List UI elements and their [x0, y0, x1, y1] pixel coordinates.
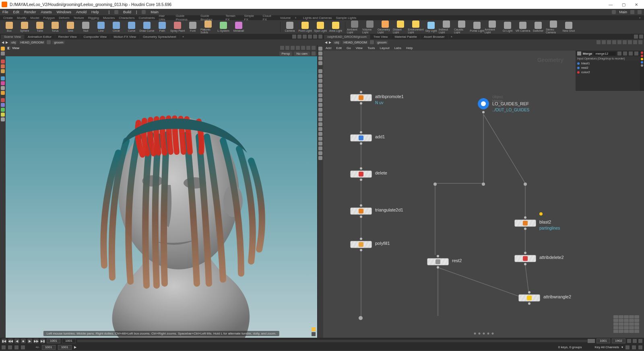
tab-material-palette[interactable]: Material Palette [391, 35, 421, 39]
pane-icon[interactable] [292, 35, 296, 39]
net-menu-layout[interactable]: Layout [380, 46, 390, 50]
help-icon[interactable] [638, 10, 642, 14]
disp-opt-icon[interactable] [318, 132, 322, 136]
disp-opt-icon[interactable] [318, 74, 322, 78]
node-attribpromote[interactable]: attribpromote1 N uv [350, 91, 372, 105]
pane-icon[interactable] [308, 35, 312, 39]
node-attribdelete[interactable]: attribdelete2 [514, 252, 536, 265]
select-tool-icon[interactable] [1, 51, 5, 55]
tab-network[interactable]: /obj/HEAD_GROOM/groom [324, 35, 370, 39]
shelf-tool[interactable]: Stereo Camera [546, 21, 561, 34]
shelf-tool[interactable]: Circle [109, 22, 124, 32]
net-menu-edit[interactable]: Edit [336, 46, 342, 50]
disp-opt-icon[interactable] [318, 113, 322, 117]
gear-icon[interactable] [617, 51, 621, 55]
shelf-tool[interactable]: Sky Light [423, 22, 439, 32]
network-dot[interactable] [524, 183, 527, 186]
net-icon[interactable] [602, 40, 606, 44]
param-input-row[interactable]: color2 [576, 70, 640, 74]
pane-icon[interactable] [634, 35, 638, 39]
next-keyframe-button[interactable]: ▶▶ [34, 339, 39, 343]
param-input-row[interactable]: rest2 [576, 66, 640, 70]
disp-opt-icon[interactable] [318, 88, 322, 92]
brush-tool-icon[interactable] [1, 98, 5, 102]
shelf-tool[interactable]: Spot Light [313, 22, 328, 32]
path-head[interactable]: HEAD_GROOM [342, 41, 369, 44]
vp-display-icon[interactable] [312, 327, 316, 331]
shelf-tool[interactable]: Metaball [231, 22, 246, 32]
auto-key-icon[interactable] [2, 345, 6, 349]
status-cur[interactable]: 1001 [58, 345, 72, 350]
shelf-tool[interactable]: Torus [47, 22, 63, 32]
layout-right[interactable]: Main [619, 10, 627, 14]
path-groom[interactable]: groom [376, 41, 388, 44]
node-blast[interactable]: blast2 partinglines [514, 216, 536, 230]
param-input-row[interactable]: blast1 [576, 61, 640, 66]
vp-display-icon[interactable] [312, 332, 316, 336]
pane-icon[interactable] [639, 35, 643, 39]
shelf-tool[interactable]: Ambient Light [347, 21, 362, 34]
current-frame-input[interactable]: 1001 [47, 339, 60, 343]
shelf-tool[interactable]: Line [93, 22, 109, 32]
snap-icon[interactable] [318, 51, 322, 55]
shelf-add-icon[interactable]: + [637, 16, 642, 20]
maximize-button[interactable]: ▢ [617, 1, 630, 8]
update-mode-icon[interactable] [630, 10, 634, 14]
brush-tool-icon[interactable] [1, 117, 5, 121]
add-tab-icon[interactable]: + [448, 35, 455, 39]
tab-asset-browser[interactable]: Asset Browser [421, 35, 448, 39]
menu-render[interactable]: Render [24, 10, 36, 14]
pin-icon[interactable] [370, 40, 374, 44]
net-icon[interactable] [607, 40, 611, 44]
shelf-tool[interactable]: Box [2, 22, 17, 32]
net-menu-go[interactable]: Go [347, 46, 351, 50]
nav-fwd-icon[interactable]: ▶ [329, 41, 331, 44]
shelf-tool[interactable]: Area Light [328, 22, 343, 32]
node-add[interactable]: add1 [350, 131, 372, 145]
net-menu-view[interactable]: View [356, 46, 363, 50]
net-menu-labs[interactable]: Labs [394, 46, 401, 50]
snap-icon[interactable] [318, 61, 322, 65]
menu-assets[interactable]: Assets [41, 10, 52, 14]
flag-icon[interactable] [641, 58, 643, 60]
close-button[interactable]: ✕ [630, 1, 642, 8]
shelf-tool[interactable]: Grid [63, 22, 78, 32]
shelf-tool[interactable]: VR Camera [515, 22, 530, 32]
tab-tree-view[interactable]: Tree View [370, 35, 392, 39]
vp-lock-icon[interactable] [312, 51, 316, 55]
info-icon[interactable] [634, 51, 638, 55]
node-lo-guides-ref[interactable]: Object Merge LO_GUIDES_REF ../OUT_LO_GUI… [478, 98, 489, 113]
nav-back-icon[interactable]: ◀ [325, 41, 327, 44]
path-groom[interactable]: groom [52, 41, 65, 44]
first-frame-button[interactable]: ▮◀ [2, 339, 6, 343]
path-obj[interactable]: obj [10, 41, 17, 44]
node-attribwrangle[interactable]: attribwrangle2 [518, 291, 540, 305]
menu-help[interactable]: Help [91, 10, 99, 14]
play-back-button[interactable]: ◀ [14, 339, 19, 343]
camera-select[interactable]: No cam [294, 51, 310, 56]
vp-tool-icon[interactable] [280, 46, 284, 50]
shelf-tool[interactable]: Path [155, 22, 170, 32]
tab-geometry-spreadsheet[interactable]: Geometry Spreadsheet [140, 35, 180, 39]
shelf-tool[interactable]: Platonic Solids [200, 21, 216, 34]
tab-animation-editor[interactable]: Animation Editor [25, 35, 55, 39]
play-small-icon[interactable]: ▶ [74, 345, 76, 349]
status-icon[interactable] [625, 345, 630, 349]
node-polyfill[interactable]: polyfill1 [350, 238, 372, 251]
shelf-tool[interactable]: Point Light [297, 22, 313, 32]
brush-tool-icon[interactable] [1, 108, 5, 112]
network-dot[interactable] [433, 183, 437, 186]
vp-tool-icon[interactable] [296, 46, 300, 50]
menu-edit[interactable]: Edit [13, 10, 20, 14]
net-menu-add[interactable]: Add [326, 46, 331, 50]
net-icon[interactable] [633, 40, 637, 44]
disp-opt-icon[interactable] [318, 127, 322, 131]
key-mode[interactable]: Key All Channels [595, 345, 619, 349]
path-head[interactable]: HEAD_GROOM [19, 41, 45, 44]
disp-opt-icon[interactable] [318, 137, 322, 141]
palette-icon[interactable] [613, 315, 639, 333]
pin-icon[interactable] [629, 51, 633, 55]
add-tab-icon[interactable]: + [180, 35, 187, 39]
timeline-track[interactable] [77, 340, 595, 342]
tab-scene-view[interactable]: Scene View [1, 35, 25, 39]
